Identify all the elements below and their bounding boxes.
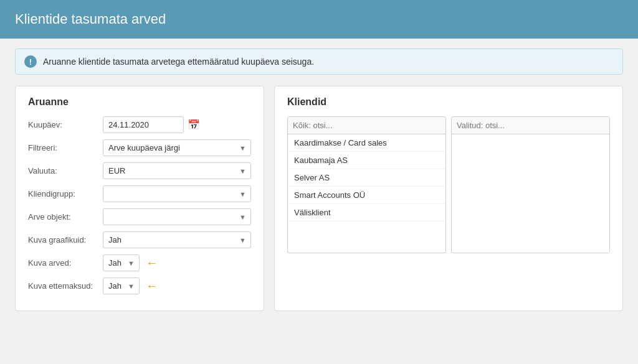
kliendigrupp-control: ▼: [103, 185, 251, 202]
kuva-graafikuid-label: Kuva graafikuid:: [28, 235, 103, 245]
kuva-arved-control: Jah Ei ▼ ←: [103, 254, 251, 271]
list-item[interactable]: Kaubamaja AS: [288, 152, 445, 169]
main-layout: Aruanne Kuupäev: 📅 Filtreeri:: [15, 86, 623, 311]
kliendigrupp-select[interactable]: [103, 185, 251, 202]
kuupaev-control: 📅: [103, 116, 251, 133]
list-item[interactable]: Smart Accounts OÜ: [288, 187, 445, 204]
kuva-graafikuid-select[interactable]: Jah Ei: [103, 231, 251, 248]
valuuta-row: Valuuta: EUR USD ▼: [28, 162, 251, 179]
kuupaev-label: Kuupäev:: [28, 120, 103, 129]
right-panel: Kliendid Kaardimakse / Card sales Kaubam…: [274, 86, 623, 311]
kuva-graafikuid-select-wrapper: Jah Ei ▼: [103, 231, 251, 248]
page-header: Klientide tasumata arved: [0, 0, 638, 39]
filtreeri-label: Filtreeri:: [28, 143, 103, 152]
kliendigrupp-select-wrapper: ▼: [103, 185, 251, 202]
arve-objekt-select-wrapper: ▼: [103, 208, 251, 225]
page-title: Klientide tasumata arved: [15, 11, 623, 27]
kuva-ettemaksud-control: Jah Ei ▼ ←: [103, 278, 251, 294]
valuuta-select[interactable]: EUR USD: [103, 162, 251, 179]
filtreeri-row: Filtreeri: Arve kuupäeva järgi Tähtaja j…: [28, 139, 251, 156]
left-panel: Aruanne Kuupäev: 📅 Filtreeri:: [15, 86, 264, 311]
kuva-ettemaksud-row: Kuva ettemaksud: Jah Ei ▼ ←: [28, 278, 251, 294]
list-item[interactable]: Välisklient: [288, 204, 445, 222]
calendar-icon: 📅: [188, 119, 200, 131]
arve-objekt-row: Arve objekt: ▼: [28, 208, 251, 225]
yellow-arrow-ettemaksud: ←: [146, 279, 158, 293]
filtreeri-control: Arve kuupäeva järgi Tähtaja järgi ▼: [103, 139, 251, 156]
arve-objekt-select[interactable]: [103, 208, 251, 225]
yellow-arrow-arved: ←: [146, 256, 158, 270]
kuupaev-row: Kuupäev: 📅: [28, 116, 251, 133]
selected-clients-list: [452, 134, 609, 253]
info-icon: !: [24, 55, 37, 68]
kuva-arved-row: Kuva arved: Jah Ei ▼ ←: [28, 254, 251, 271]
all-clients-box: Kaardimakse / Card sales Kaubamaja AS Se…: [287, 116, 446, 253]
valuuta-select-wrapper: EUR USD ▼: [103, 162, 251, 179]
kuva-graafikuid-row: Kuva graafikuid: Jah Ei ▼: [28, 231, 251, 248]
kuva-arved-label: Kuva arved:: [28, 258, 103, 268]
all-clients-search[interactable]: [288, 117, 445, 134]
selected-clients-box: [451, 116, 610, 253]
kuva-ettemaksud-label: Kuva ettemaksud:: [28, 281, 103, 291]
filtreeri-select[interactable]: Arve kuupäeva järgi Tähtaja järgi: [103, 139, 251, 156]
page-content: ! Aruanne klientide tasumata arvetega et…: [0, 39, 638, 364]
kuva-arved-select[interactable]: Jah Ei: [103, 254, 140, 271]
kuva-ettemaksud-with-arrow: Jah Ei ▼ ←: [103, 278, 158, 294]
filtreeri-select-wrapper: Arve kuupäeva järgi Tähtaja järgi ▼: [103, 139, 251, 156]
kliendigrupp-row: Kliendigrupp: ▼: [28, 185, 251, 202]
info-box: ! Aruanne klientide tasumata arvetega et…: [15, 49, 623, 75]
list-item[interactable]: Selver AS: [288, 169, 445, 187]
kuva-arved-with-arrow: Jah Ei ▼ ←: [103, 254, 158, 271]
valuuta-label: Valuuta:: [28, 166, 103, 175]
left-panel-title: Aruanne: [28, 96, 251, 108]
right-panel-title: Kliendid: [287, 96, 610, 108]
selected-clients-search[interactable]: [452, 117, 609, 134]
list-item[interactable]: Kaardimakse / Card sales: [288, 134, 445, 152]
valuuta-control: EUR USD ▼: [103, 162, 251, 179]
kuupaev-input[interactable]: [103, 116, 184, 133]
arve-objekt-label: Arve objekt:: [28, 212, 103, 222]
kliendid-layout: Kaardimakse / Card sales Kaubamaja AS Se…: [287, 116, 610, 253]
kuva-arved-select-wrapper: Jah Ei ▼: [103, 254, 140, 271]
kuva-graafikuid-control: Jah Ei ▼: [103, 231, 251, 248]
page-wrapper: Klientide tasumata arved ! Aruanne klien…: [0, 0, 638, 364]
kuva-ettemaksud-select[interactable]: Jah Ei: [103, 278, 140, 294]
info-message: Aruanne klientide tasumata arvetega ette…: [43, 57, 314, 67]
arve-objekt-control: ▼: [103, 208, 251, 225]
kuva-ettemaksud-select-wrapper: Jah Ei ▼: [103, 278, 140, 294]
kliendigrupp-label: Kliendigrupp:: [28, 189, 103, 198]
all-clients-list: Kaardimakse / Card sales Kaubamaja AS Se…: [288, 134, 445, 253]
